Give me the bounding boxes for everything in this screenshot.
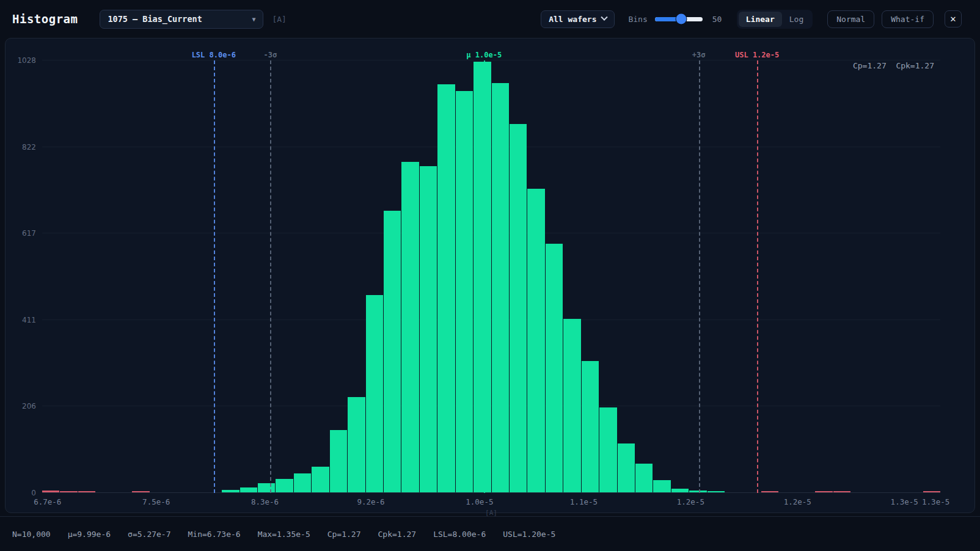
lsl-line-label: LSL 8.0e-6 bbox=[192, 51, 236, 59]
status-stat: Cp=1.27 bbox=[327, 530, 361, 539]
histogram-bar[interactable] bbox=[384, 211, 401, 492]
histogram-bar-out-of-spec[interactable] bbox=[60, 491, 77, 492]
x-axis-tick-label: 6.7e-6 bbox=[34, 497, 61, 506]
histogram-bar[interactable] bbox=[420, 166, 437, 492]
lsl-line bbox=[214, 60, 215, 493]
chart-panel: Cp=1.27 Cpk=1.27 [A] 020641161782210286.… bbox=[5, 38, 975, 513]
histogram-bar[interactable] bbox=[401, 162, 419, 492]
status-stat: USL=1.20e-5 bbox=[503, 530, 555, 539]
x-axis-tick-label: 8.3e-6 bbox=[251, 497, 279, 506]
status-stat: Cpk=1.27 bbox=[378, 530, 417, 539]
minus-3sigma-line bbox=[270, 60, 271, 493]
histogram-bar-out-of-spec[interactable] bbox=[132, 491, 149, 492]
app-title: Histogram bbox=[12, 12, 78, 26]
minus-3sigma-line-label: -3σ bbox=[264, 51, 277, 59]
stats-status-bar: N=10,000μ=9.99e-6σ=5.27e-7Min=6.73e-6Max… bbox=[0, 516, 980, 551]
histogram-bar-out-of-spec[interactable] bbox=[78, 491, 95, 492]
histogram-bar[interactable] bbox=[599, 407, 616, 492]
histogram-bar[interactable] bbox=[708, 491, 725, 492]
status-stat: N=10,000 bbox=[12, 530, 51, 539]
histogram-bar[interactable] bbox=[348, 397, 365, 492]
histogram-bar[interactable] bbox=[546, 244, 563, 492]
x-axis-tick-label: 1.1e-5 bbox=[570, 497, 598, 506]
histogram-bar[interactable] bbox=[582, 361, 599, 492]
normal-button[interactable]: Normal bbox=[827, 10, 874, 28]
histogram-bar[interactable] bbox=[258, 483, 275, 492]
top-toolbar: Histogram 1075 — Bias_Current ▼ [A] All … bbox=[0, 0, 980, 38]
status-stat: Max=1.35e-5 bbox=[258, 530, 310, 539]
wafer-select-value: All wafers bbox=[549, 15, 596, 24]
histogram-bar[interactable] bbox=[671, 489, 689, 492]
status-stat: μ=9.99e-6 bbox=[68, 530, 111, 539]
x-axis-tick-label: 1.3e-5 bbox=[922, 497, 949, 506]
histogram-bar[interactable] bbox=[312, 467, 329, 492]
close-button[interactable]: ✕ bbox=[945, 10, 962, 27]
y-axis-tick-label: 0 bbox=[31, 489, 36, 497]
histogram-bar[interactable] bbox=[618, 443, 635, 492]
histogram-bar[interactable] bbox=[366, 295, 383, 492]
histogram-bar[interactable] bbox=[456, 91, 473, 492]
mu-line-label: μ 1.0e-5 bbox=[466, 51, 502, 59]
bins-value: 50 bbox=[712, 15, 726, 24]
histogram-bar[interactable] bbox=[527, 189, 544, 492]
histogram-bar[interactable] bbox=[510, 124, 527, 492]
histogram-bars bbox=[42, 60, 940, 492]
histogram-bar[interactable] bbox=[276, 479, 293, 492]
x-axis-tick-label: 1.2e-5 bbox=[784, 497, 811, 506]
y-axis-tick-label: 1028 bbox=[17, 56, 36, 65]
x-axis-tick-label: 1.3e-5 bbox=[891, 497, 918, 506]
bins-label: Bins bbox=[628, 15, 647, 24]
x-axis-tick-label: 9.2e-6 bbox=[357, 497, 384, 506]
x-axis-tick-label: 1.0e-5 bbox=[466, 497, 493, 506]
parameter-select-value: 1075 — Bias_Current bbox=[108, 14, 252, 24]
bins-slider-thumb[interactable] bbox=[676, 14, 686, 24]
histogram-bar[interactable] bbox=[689, 491, 706, 492]
usl-line bbox=[757, 60, 758, 493]
scale-option-log[interactable]: Log bbox=[782, 12, 811, 27]
histogram-bar[interactable] bbox=[240, 487, 257, 492]
histogram-bar[interactable] bbox=[294, 473, 311, 492]
status-stat: LSL=8.00e-6 bbox=[433, 530, 486, 539]
histogram-bar[interactable] bbox=[222, 490, 239, 492]
bins-slider[interactable] bbox=[655, 17, 703, 21]
unit-label: [A] bbox=[272, 15, 286, 24]
x-axis-line bbox=[42, 492, 940, 493]
y-axis-tick-label: 822 bbox=[22, 143, 36, 151]
histogram-bar-out-of-spec[interactable] bbox=[815, 491, 832, 492]
status-stat: Min=6.73e-6 bbox=[188, 530, 241, 539]
histogram-bar-out-of-spec[interactable] bbox=[42, 491, 59, 492]
wafer-select[interactable]: All wafers bbox=[541, 10, 615, 28]
plus-3sigma-line bbox=[699, 60, 700, 493]
histogram-bar[interactable] bbox=[437, 84, 455, 492]
what-if-button[interactable]: What-if bbox=[882, 10, 934, 28]
histogram-bar[interactable] bbox=[563, 319, 580, 492]
scale-toggle: Linear Log bbox=[737, 10, 813, 29]
usl-line-label: USL 1.2e-5 bbox=[735, 51, 779, 59]
histogram-bar-out-of-spec[interactable] bbox=[923, 491, 940, 492]
status-stat: σ=5.27e-7 bbox=[128, 530, 170, 539]
chevron-down-icon bbox=[601, 14, 608, 21]
histogram-bar[interactable] bbox=[635, 464, 653, 492]
parameter-select[interactable]: 1075 — Bias_Current ▼ bbox=[100, 10, 263, 29]
histogram-bar[interactable] bbox=[492, 83, 509, 492]
y-axis-tick-label: 206 bbox=[22, 402, 36, 411]
histogram-bar[interactable] bbox=[330, 430, 347, 492]
histogram-bar-out-of-spec[interactable] bbox=[761, 491, 778, 492]
y-axis-tick-label: 617 bbox=[22, 229, 36, 238]
histogram-bar-out-of-spec[interactable] bbox=[833, 491, 850, 492]
y-axis-tick-label: 411 bbox=[22, 316, 36, 324]
histogram-bar[interactable] bbox=[474, 62, 491, 492]
plot-area: Cp=1.27 Cpk=1.27 [A] 020641161782210286.… bbox=[42, 60, 940, 493]
scale-option-linear[interactable]: Linear bbox=[739, 12, 782, 27]
x-axis-tick-label: 7.5e-6 bbox=[142, 497, 170, 506]
cp-cpk-badge: Cp=1.27 Cpk=1.27 bbox=[853, 61, 934, 70]
histogram-bar[interactable] bbox=[653, 480, 670, 492]
dropdown-arrow-icon: ▼ bbox=[252, 16, 255, 23]
plus-3sigma-line-label: +3σ bbox=[692, 51, 706, 59]
x-axis-tick-label: 1.2e-5 bbox=[677, 497, 704, 506]
